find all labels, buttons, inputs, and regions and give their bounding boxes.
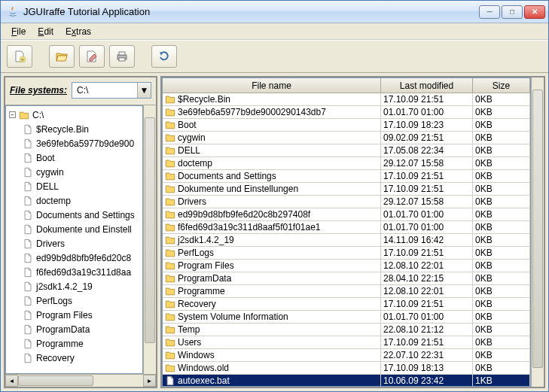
tree-item[interactable]: Program Files [6, 308, 142, 322]
close-button[interactable]: ✕ [524, 5, 545, 19]
tree-item[interactable]: $Recycle.Bin [6, 122, 142, 136]
table-row[interactable]: j2sdk1.4.2_1914.11.09 16:420KB [163, 234, 530, 247]
cell-size: 0KB [473, 349, 530, 361]
cell-filename: Documents and Settings [178, 171, 276, 181]
toolbar [1, 40, 548, 73]
table-row[interactable]: doctemp29.12.07 15:580KB [163, 157, 530, 170]
table-row[interactable]: cygwin09.02.09 21:510KB [163, 132, 530, 144]
cell-size: 0KB [473, 336, 530, 348]
cell-filename: ProgramData [178, 273, 231, 284]
menu-extras[interactable]: Extras [59, 25, 97, 38]
cell-size: 0KB [473, 221, 530, 233]
tree-item[interactable]: cygwin [6, 165, 142, 179]
print-button[interactable] [109, 45, 135, 68]
tree-item[interactable]: 3e69feb6a5977b9de900 [6, 136, 142, 150]
table-row[interactable]: Temp22.08.10 21:120KB [163, 324, 530, 336]
file-icon [23, 181, 33, 192]
tree-item[interactable]: Programme [6, 336, 142, 351]
cell-modified: 09.02.09 21:51 [381, 132, 473, 144]
table-row[interactable]: Program Files12.08.10 22:010KB [163, 260, 530, 272]
tree-item[interactable]: Recovery [6, 351, 142, 365]
table-row[interactable]: ed99b9d8bfb9fe6d20c8b297408f01.01.70 01:… [163, 208, 530, 221]
col-modified[interactable]: Last modified [381, 78, 473, 93]
open-button[interactable] [49, 45, 75, 68]
tree-item[interactable]: Documents and Settings [6, 208, 142, 222]
col-size[interactable]: Size [473, 78, 530, 93]
cell-modified: 17.10.09 21:51 [381, 247, 473, 259]
cell-filename: autoexec.bat [178, 375, 230, 386]
file-icon [23, 239, 33, 249]
menu-file[interactable]: File [5, 25, 32, 38]
table-row[interactable]: Recovery17.10.09 21:510KB [163, 298, 530, 311]
cell-size: 0KB [473, 196, 530, 208]
folder-icon [165, 145, 175, 156]
file-icon [23, 267, 33, 278]
cell-modified: 17.10.09 21:51 [381, 298, 473, 310]
cell-filename: Boot [178, 120, 197, 130]
cell-modified: 28.04.10 22:15 [381, 272, 473, 284]
tree-item[interactable]: ed99b9d8bfb9fe6d20c8 [6, 251, 142, 265]
col-filename[interactable]: File name [163, 78, 381, 93]
cell-filename: 3e69feb6a5977b9de9000290143db7 [178, 107, 326, 117]
folder-icon [165, 196, 175, 207]
file-icon [23, 310, 33, 321]
table-row[interactable]: 3e69feb6a5977b9de9000290143db701.01.70 0… [163, 106, 530, 119]
table-row[interactable]: Dokumente und Einstellungen17.10.09 21:5… [163, 183, 530, 196]
tree-scrollbar-horizontal[interactable]: ◄► [5, 374, 156, 387]
tree-item[interactable]: Dokumente und Einstell [6, 222, 142, 236]
tree-item[interactable]: doctemp [6, 193, 142, 208]
window-title: JGUIraffe Tutorial Application [23, 6, 479, 17]
tree-item[interactable]: f6fed69d3a19c311d8aa [6, 265, 142, 279]
file-table[interactable]: File name Last modified Size $Recycle.Bi… [162, 77, 531, 387]
tree-item[interactable]: j2sdk1.4.2_19 [6, 279, 142, 293]
table-row[interactable]: Programme12.08.10 22:010KB [163, 285, 530, 298]
folder-icon [165, 235, 175, 245]
table-row[interactable]: autoexec.bat10.06.09 23:421KB [163, 375, 530, 386]
minimize-button[interactable]: ─ [479, 5, 500, 19]
maximize-button[interactable]: □ [502, 5, 523, 19]
cell-modified: 17.10.09 21:51 [381, 336, 473, 348]
refresh-button[interactable] [151, 45, 177, 68]
cell-modified: 22.07.10 22:31 [381, 349, 473, 361]
cell-size: 0KB [473, 93, 530, 105]
tree-item[interactable]: DELL [6, 179, 142, 193]
table-row[interactable]: $Recycle.Bin17.10.09 21:510KB [163, 93, 530, 106]
filesystems-combo[interactable]: C:\ ▼ [72, 82, 151, 99]
table-scrollbar-vertical[interactable] [531, 77, 544, 387]
titlebar[interactable]: JGUIraffe Tutorial Application ─ □ ✕ [1, 1, 548, 23]
filesystems-label: File systems: [10, 85, 67, 96]
menu-edit[interactable]: Edit [32, 25, 59, 38]
table-row[interactable]: System Volume Information01.01.70 01:000… [163, 311, 530, 324]
cell-size: 0KB [473, 106, 530, 118]
tree-item[interactable]: ProgramData [6, 322, 142, 336]
cell-modified: 29.12.07 15:58 [381, 196, 473, 208]
folder-icon [165, 363, 175, 373]
file-icon [23, 324, 33, 335]
cell-modified: 22.08.10 21:12 [381, 324, 473, 336]
content-area: File systems: C:\ ▼ −C:\$Recycle.Bin3e69… [1, 73, 548, 391]
table-row[interactable]: Windows.old17.10.09 18:130KB [163, 362, 530, 375]
edit-button[interactable] [79, 45, 105, 68]
folder-icon [165, 120, 175, 130]
table-row[interactable]: Boot17.10.09 18:230KB [163, 119, 530, 132]
tree-item[interactable]: Drivers [6, 236, 142, 251]
cell-modified: 01.01.70 01:00 [381, 106, 473, 118]
table-row[interactable]: Drivers29.12.07 15:580KB [163, 196, 530, 208]
tree-root[interactable]: −C:\ [6, 108, 142, 122]
table-row[interactable]: f6fed69d3a19c311d8aaf5f01f01ae101.01.70 … [163, 221, 530, 234]
table-row[interactable]: ProgramData28.04.10 22:150KB [163, 272, 530, 285]
tree-item[interactable]: PerfLogs [6, 293, 142, 308]
folder-tree[interactable]: −C:\$Recycle.Bin3e69feb6a5977b9de900Boot… [5, 105, 143, 374]
table-row[interactable]: DELL17.05.08 22:340KB [163, 144, 530, 157]
folder-icon [165, 286, 175, 296]
table-row[interactable]: Documents and Settings17.10.09 21:510KB [163, 170, 530, 183]
table-row[interactable]: Users17.10.09 21:510KB [163, 336, 530, 349]
cell-filename: System Volume Information [178, 311, 288, 322]
table-row[interactable]: PerfLogs17.10.09 21:510KB [163, 247, 530, 260]
chevron-down-icon[interactable]: ▼ [137, 83, 151, 98]
tree-scrollbar-vertical[interactable] [143, 105, 156, 374]
new-file-button[interactable] [7, 45, 32, 68]
tree-item[interactable]: Boot [6, 150, 142, 165]
table-row[interactable]: Windows22.07.10 22:310KB [163, 349, 530, 362]
collapse-icon[interactable]: − [9, 111, 16, 118]
